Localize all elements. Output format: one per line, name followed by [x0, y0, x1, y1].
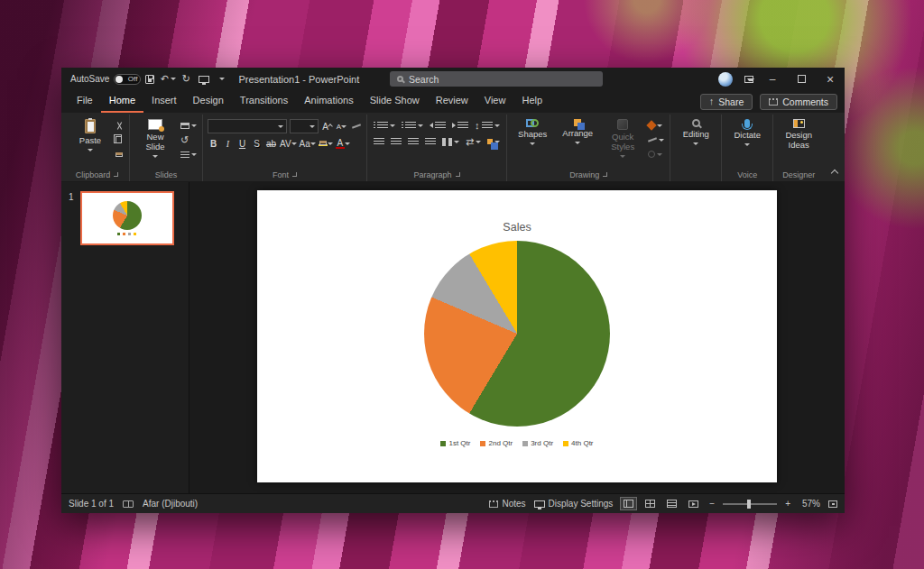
text-highlight-button[interactable] [319, 137, 333, 150]
pie-chart[interactable] [424, 241, 610, 427]
justify-button[interactable] [423, 135, 438, 148]
zoom-slider-thumb[interactable] [747, 500, 751, 509]
design-ideas-button[interactable]: Design Ideas [776, 115, 821, 165]
editing-button[interactable]: Editing [673, 115, 718, 165]
tab-help[interactable]: Help [513, 90, 550, 113]
font-size-combo[interactable] [290, 119, 319, 133]
shape-fill-button[interactable] [646, 119, 666, 132]
tab-design[interactable]: Design [185, 90, 232, 113]
start-presentation-button[interactable] [195, 68, 213, 90]
text-direction-dropdown-icon [476, 141, 481, 143]
cut-button[interactable] [114, 119, 125, 132]
display-settings-button[interactable]: Display Settings [534, 499, 614, 509]
align-center-button[interactable] [389, 135, 403, 148]
underline-button[interactable]: U [236, 137, 248, 150]
quick-styles-button[interactable]: Quick Styles [600, 115, 645, 165]
fit-slide-button[interactable] [828, 500, 837, 508]
notes-button[interactable]: Notes [489, 499, 525, 509]
user-avatar[interactable] [718, 72, 733, 87]
tab-file[interactable]: File [69, 90, 101, 113]
zoom-in-button[interactable]: + [785, 499, 790, 509]
bullets-lines-icon [377, 122, 388, 130]
legend-label: 3rd Qtr [531, 439, 553, 447]
search-input[interactable] [409, 74, 571, 85]
clipboard-dialog-launcher[interactable] [114, 172, 118, 177]
language-button[interactable]: Afar (Djibouti) [143, 499, 198, 509]
font-dialog-launcher[interactable] [292, 172, 297, 177]
italic-button[interactable]: I [222, 137, 234, 150]
increase-indent-button[interactable] [450, 119, 470, 132]
group-clipboard: Paste Clipboard [65, 115, 130, 181]
reading-view-button[interactable] [664, 498, 679, 509]
ribbon: Paste Clipboard New Slide [61, 113, 845, 182]
align-left-button[interactable] [372, 135, 386, 148]
collapse-ribbon-button[interactable] [832, 167, 837, 178]
autosave-toggle[interactable]: Off [114, 74, 141, 85]
save-button[interactable] [141, 68, 159, 90]
titlebar[interactable]: AutoSave Off ↶ ↻ Presentation1 - PowerPo… [61, 68, 845, 90]
new-slide-button[interactable]: New Slide [133, 115, 178, 165]
search-bar[interactable] [390, 71, 603, 87]
text-shadow-button[interactable]: S [251, 137, 263, 150]
zoom-slider[interactable] [723, 503, 777, 505]
comments-button[interactable]: Comments [760, 94, 837, 110]
font-color-button[interactable]: A [336, 137, 350, 150]
paragraph-dialog-launcher[interactable] [456, 172, 460, 177]
bullets-button[interactable] [372, 119, 397, 132]
zoom-level[interactable]: 57% [799, 499, 820, 509]
decrease-indent-button[interactable] [428, 119, 448, 132]
section-button[interactable] [179, 148, 199, 161]
character-spacing-button[interactable]: AV [280, 137, 297, 150]
numbering-button[interactable] [400, 119, 425, 132]
convert-to-smartart-button[interactable] [485, 135, 502, 148]
tab-transitions[interactable]: Transitions [232, 90, 296, 113]
reset-slide-button[interactable]: ↺ [179, 133, 199, 146]
drawing-dialog-launcher[interactable] [603, 172, 607, 177]
font-name-combo[interactable] [208, 119, 287, 133]
tab-slide-show[interactable]: Slide Show [362, 90, 428, 113]
normal-view-button[interactable] [621, 498, 636, 509]
slide-layout-button[interactable] [179, 119, 199, 132]
quick-access-toolbar-menu[interactable] [213, 68, 231, 90]
copy-button[interactable] [114, 133, 125, 146]
zoom-out-button[interactable]: − [709, 499, 715, 509]
shrink-font-button[interactable]: A [336, 120, 347, 133]
columns-button[interactable] [440, 135, 461, 148]
shapes-button[interactable]: Shapes [510, 115, 555, 165]
text-direction-button[interactable]: ⇄ [464, 135, 483, 148]
slide-sorter-view-button[interactable] [642, 498, 658, 509]
slide-canvas[interactable]: Sales 1st Qtr2nd Qtr3rd Qtr4th Qtr [189, 182, 845, 493]
clear-formatting-button[interactable] [350, 120, 362, 133]
shape-outline-button[interactable] [646, 133, 666, 146]
line-spacing-button[interactable]: ↕ [473, 119, 502, 132]
align-right-button[interactable] [406, 135, 420, 148]
arrange-button[interactable]: Arrange [555, 115, 600, 165]
search-icon [397, 76, 403, 82]
slide[interactable]: Sales 1st Qtr2nd Qtr3rd Qtr4th Qtr [257, 190, 777, 482]
tab-review[interactable]: Review [428, 90, 476, 113]
paste-button[interactable]: Paste [68, 115, 113, 165]
ribbon-display-options-button[interactable] [740, 68, 758, 90]
bold-button[interactable]: B [208, 137, 219, 150]
change-case-button[interactable]: Aa [300, 137, 316, 150]
slide-show-button[interactable] [686, 499, 701, 509]
ribbon-display-options-icon [744, 76, 753, 83]
minimize-button[interactable]: – [758, 68, 787, 90]
dictate-button[interactable]: Dictate [725, 115, 770, 165]
tab-animations[interactable]: Animations [296, 90, 361, 113]
undo-button[interactable]: ↶ [159, 68, 177, 90]
tab-insert[interactable]: Insert [143, 90, 185, 113]
shape-effects-button[interactable] [646, 148, 666, 161]
spell-check-button[interactable] [123, 500, 134, 508]
strikethrough-button[interactable]: ab [265, 137, 277, 150]
grow-font-button[interactable]: A [321, 120, 333, 133]
slide-thumbnail[interactable] [80, 191, 174, 245]
font-group-label: Font [273, 170, 289, 179]
redo-button[interactable]: ↻ [177, 68, 195, 90]
maximize-button[interactable] [787, 68, 816, 90]
tab-view[interactable]: View [476, 90, 514, 113]
format-painter-button[interactable] [114, 148, 125, 161]
close-button[interactable]: × [816, 68, 845, 90]
tab-home[interactable]: Home [101, 90, 143, 113]
share-button[interactable]: ↑ Share [700, 94, 753, 110]
